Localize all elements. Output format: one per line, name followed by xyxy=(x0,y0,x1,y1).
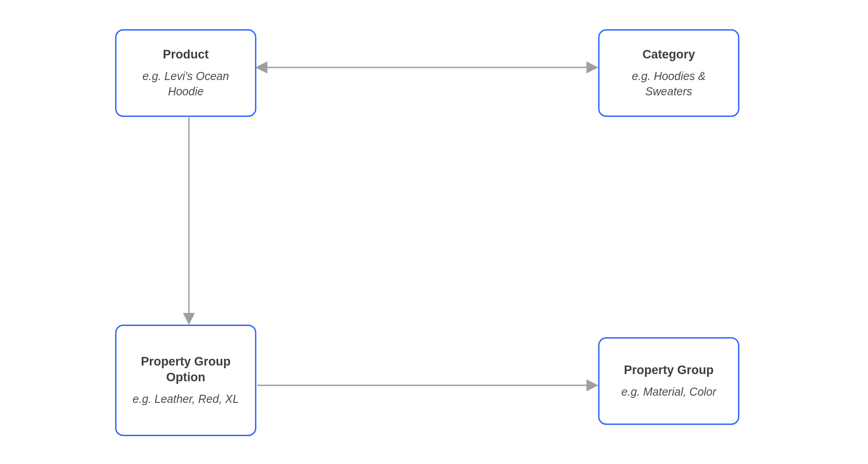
node-category: Category e.g. Hoodies & Sweaters xyxy=(598,29,739,117)
diagram-canvas: Product e.g. Levi's Ocean Hoodie Categor… xyxy=(0,0,868,464)
node-product-example: e.g. Levi's Ocean Hoodie xyxy=(125,69,246,99)
node-pg-example: e.g. Material, Color xyxy=(621,384,716,400)
node-pgo-title: Property Group Option xyxy=(125,354,246,385)
node-pgo-example: e.g. Leather, Red, XL xyxy=(133,392,239,407)
node-category-title: Category xyxy=(642,47,695,62)
node-product-title: Product xyxy=(163,47,209,62)
node-property-group-option: Property Group Option e.g. Leather, Red,… xyxy=(115,325,256,436)
node-property-group: Property Group e.g. Material, Color xyxy=(598,337,739,425)
node-category-example: e.g. Hoodies & Sweaters xyxy=(608,69,729,99)
node-product: Product e.g. Levi's Ocean Hoodie xyxy=(115,29,256,117)
node-pg-title: Property Group xyxy=(624,362,714,378)
